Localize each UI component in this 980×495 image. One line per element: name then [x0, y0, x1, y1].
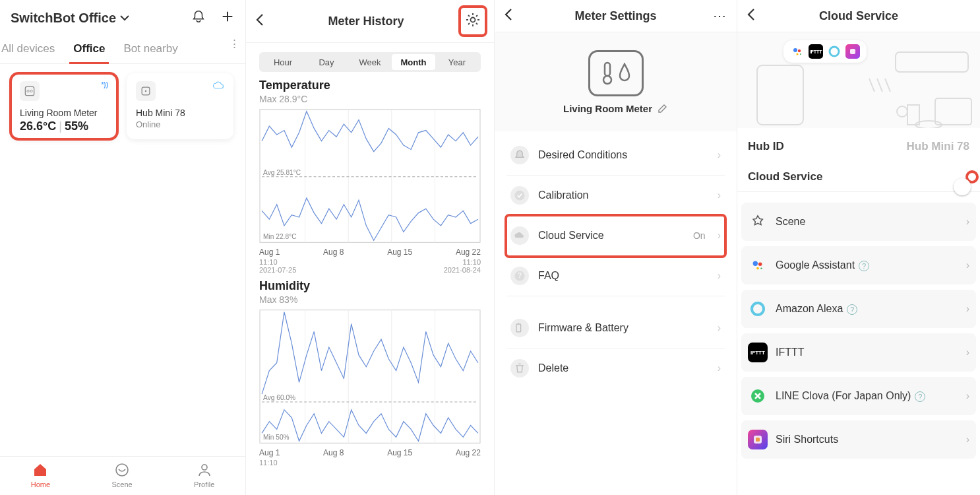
check-icon	[510, 186, 529, 205]
chart-max: Max 83%	[259, 294, 481, 305]
tab-bot-nearby[interactable]: Bot nearby	[123, 37, 177, 63]
scene-icon	[114, 462, 130, 478]
svg-rect-0	[25, 86, 34, 95]
chevron-right-icon: ›	[718, 149, 721, 161]
profile-icon	[197, 462, 212, 478]
svg-point-40	[800, 53, 801, 55]
svg-point-1	[27, 90, 29, 92]
settings-button[interactable]	[461, 8, 485, 34]
settings-header: Meter Settings ⋯	[495, 0, 737, 32]
svg-point-45	[756, 267, 759, 270]
home-header: SwitchBot Office	[0, 0, 245, 30]
svg-point-39	[797, 53, 799, 55]
settings-row-cloud-service[interactable]: Cloud Service On ›	[506, 216, 725, 256]
svg-rect-50	[756, 438, 760, 442]
chevron-right-icon: ›	[718, 270, 721, 282]
device-name: Hub Mini 78	[136, 108, 224, 118]
nav-home[interactable]: Home	[31, 462, 50, 488]
device-cards: *)) Living Room Meter 26.6°C|55% Hub Min…	[0, 64, 245, 148]
clova-icon	[748, 386, 768, 406]
bell-icon[interactable]	[191, 9, 206, 26]
bottom-nav: Home Scene Profile	[0, 456, 245, 495]
tab-office[interactable]: Office	[73, 37, 105, 63]
settings-row-calibration[interactable]: Calibration ›	[506, 176, 725, 216]
svg-point-43	[753, 261, 758, 266]
chevron-right-icon: ›	[718, 189, 721, 201]
device-card-meter[interactable]: *)) Living Room Meter 26.6°C|55%	[11, 73, 117, 139]
svg-point-7	[471, 18, 475, 22]
svg-rect-34	[907, 105, 919, 125]
chart-time-range: 11:10	[259, 459, 481, 467]
chart-title: Temperature	[259, 79, 481, 92]
svg-text:Avg 60.0%: Avg 60.0%	[263, 394, 295, 401]
temperature-chart: Temperature Max 28.9°C Avg 25.81°CMin 22…	[259, 79, 481, 274]
page-title: Meter Settings	[520, 9, 712, 23]
seg-week[interactable]: Week	[348, 54, 392, 70]
integration-ifttt[interactable]: IFTTT IFTTT ›	[741, 333, 976, 372]
scene-icon	[748, 212, 768, 232]
back-button[interactable]	[504, 8, 520, 24]
svg-rect-42	[850, 49, 855, 54]
cloud-service-toggle-row: Cloud Service	[737, 165, 980, 192]
more-icon[interactable]: ⋮	[229, 37, 240, 51]
seg-year[interactable]: Year	[435, 54, 479, 70]
svg-point-4	[145, 90, 147, 92]
nav-scene[interactable]: Scene	[111, 462, 132, 488]
settings-label: Calibration	[538, 189, 708, 201]
battery-icon	[510, 319, 529, 337]
integration-siri-shortcuts[interactable]: Siri Shortcuts ›	[741, 420, 976, 459]
location-selector[interactable]: SwitchBot Office	[11, 11, 129, 26]
plus-icon[interactable]	[220, 9, 235, 26]
hub-id-row: Hub ID Hub Mini 78	[737, 128, 980, 165]
chevron-right-icon: ›	[966, 346, 969, 358]
settings-row-firmware-battery[interactable]: Firmware & Battery ›	[506, 308, 725, 348]
seg-hour[interactable]: Hour	[261, 54, 305, 70]
integration-scene[interactable]: Scene ›	[741, 203, 976, 241]
device-name: Living Room Meter	[563, 103, 652, 114]
settings-row-desired-conditions[interactable]: Desired Conditions ›	[506, 135, 725, 176]
google-badge-icon	[790, 44, 805, 59]
chevron-right-icon: ›	[718, 362, 721, 374]
chevron-right-icon: ›	[966, 390, 969, 402]
device-card-hub[interactable]: Hub Mini 78 Online	[127, 73, 233, 139]
siri-badge-icon	[845, 44, 860, 59]
chevron-right-icon: ›	[718, 322, 721, 334]
page-title: Cloud Service	[762, 9, 955, 23]
device-name-row[interactable]: Living Room Meter	[563, 103, 668, 114]
google-icon	[748, 255, 768, 275]
settings-list: Desired Conditions › Calibration › Cloud…	[495, 131, 737, 392]
device-status: Online	[136, 119, 224, 129]
integration-label: Google Assistant?	[776, 259, 958, 271]
seg-month[interactable]: Month	[392, 54, 435, 70]
nav-profile[interactable]: Profile	[194, 462, 214, 488]
integration-line-clova-for-japan-only-[interactable]: LINE Clova (For Japan Only)? ›	[741, 377, 976, 415]
settings-row-faq[interactable]: ? FAQ ›	[506, 256, 725, 296]
gear-icon	[465, 12, 481, 28]
back-button[interactable]	[747, 8, 762, 24]
cloud-toggle-highlight	[968, 173, 976, 181]
room-tabs: All devices Office Bot nearby ⋮	[0, 30, 245, 64]
alexa-icon	[748, 299, 768, 319]
edit-icon	[658, 103, 668, 114]
settings-row-delete[interactable]: Delete ›	[506, 348, 725, 388]
more-button[interactable]: ⋯	[712, 8, 727, 24]
home-icon	[32, 462, 48, 478]
back-button[interactable]	[255, 13, 271, 29]
integration-label: IFTTT	[776, 346, 958, 358]
hub-icon	[136, 81, 156, 101]
integration-google-assistant[interactable]: Google Assistant? ›	[741, 246, 976, 284]
seg-day[interactable]: Day	[305, 54, 348, 70]
help-icon: ?	[859, 261, 869, 271]
home-panel: SwitchBot Office All devices Office Bot …	[0, 0, 246, 495]
svg-point-35	[897, 106, 907, 117]
svg-text:Avg 25.81°C: Avg 25.81°C	[263, 169, 301, 176]
settings-label: FAQ	[538, 270, 708, 282]
cloud-hero: IFTTT	[737, 32, 980, 128]
integration-amazon-alexa[interactable]: Amazon Alexa? ›	[741, 290, 976, 328]
cloud-header: Cloud Service	[737, 0, 980, 32]
svg-rect-30	[518, 323, 520, 325]
chevron-right-icon: ›	[966, 434, 969, 446]
tab-all-devices[interactable]: All devices	[0, 37, 55, 63]
svg-point-5	[116, 464, 128, 476]
svg-rect-31	[757, 65, 803, 125]
